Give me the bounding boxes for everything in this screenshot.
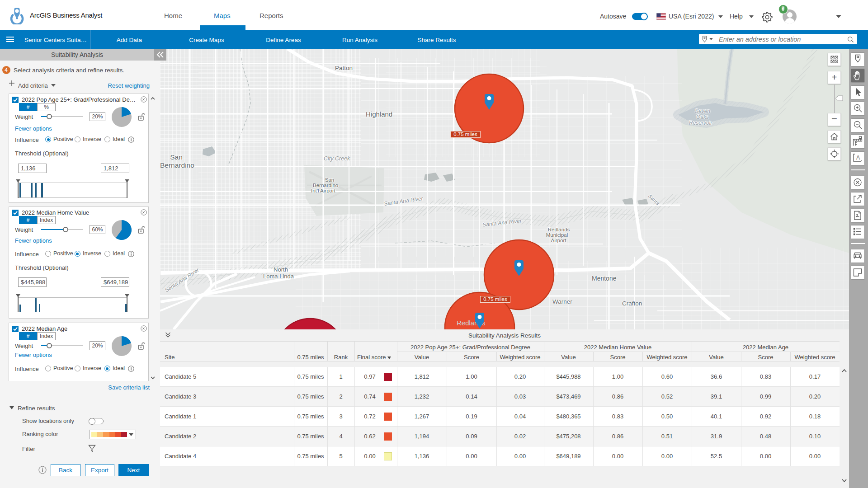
svg-text:1: 1 [782,6,784,10]
svg-text:A: A [856,155,860,161]
